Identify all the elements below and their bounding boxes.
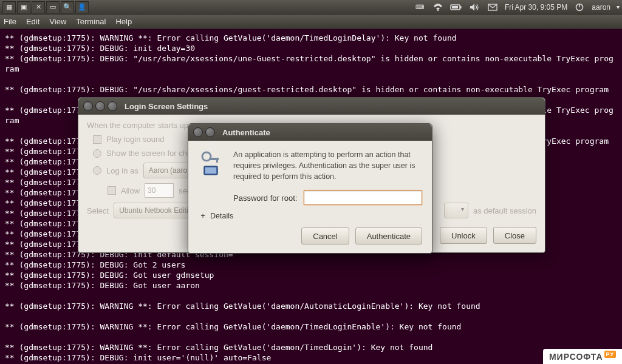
battery-icon[interactable]: [450, 2, 462, 13]
password-label: Password for root:: [233, 194, 298, 203]
auth-message: An application is attempting to perform …: [233, 149, 422, 182]
select-label: Select: [87, 206, 109, 215]
watermark-badge: РУ: [604, 351, 616, 358]
clock[interactable]: Fri Apr 30, 9:05 PM: [505, 3, 567, 12]
menu-view[interactable]: View: [49, 17, 66, 26]
volume-icon[interactable]: [468, 2, 480, 13]
auth-title: Authenticate: [222, 128, 270, 137]
panel-launchers: ▦ ▣ ✕ ▭ 🔍 👤: [2, 1, 89, 13]
expander-icon: +: [199, 211, 207, 220]
top-panel: ▦ ▣ ✕ ▭ 🔍 👤 ⌨ Fri Apr 30, 9:05 PM aaron …: [0, 0, 622, 15]
maximize-icon[interactable]: [108, 101, 117, 111]
launcher-files-icon[interactable]: ▦: [2, 1, 16, 13]
menu-bar: File Edit View Terminal Help: [0, 15, 622, 29]
cancel-button[interactable]: Cancel: [301, 228, 349, 244]
details-label: Details: [210, 212, 233, 220]
password-row: Password for root:: [233, 190, 422, 205]
launcher-user-icon[interactable]: 👤: [75, 1, 89, 13]
delay-spinbox[interactable]: 30: [145, 183, 174, 198]
play-sound-label: Play login sound: [106, 135, 164, 144]
unlock-button[interactable]: Unlock: [440, 227, 487, 244]
close-icon[interactable]: [193, 127, 203, 137]
menu-file[interactable]: File: [4, 17, 16, 26]
launcher-search-icon[interactable]: 🔍: [61, 1, 74, 13]
login-as-label: Log in as: [106, 166, 138, 175]
svg-rect-3: [452, 6, 458, 8]
minimize-icon[interactable]: [205, 127, 215, 137]
menu-edit[interactable]: Edit: [26, 17, 39, 26]
mail-icon[interactable]: [487, 2, 499, 13]
keys-icon: [198, 149, 225, 176]
details-expander[interactable]: + Details: [199, 211, 422, 220]
auth-body: An application is attempting to perform …: [188, 141, 432, 253]
auth-titlebar[interactable]: Authenticate: [188, 124, 432, 141]
authenticate-button[interactable]: Authenticate: [355, 228, 422, 244]
show-screen-radio[interactable]: [93, 149, 101, 158]
launcher-app-icon[interactable]: ✕: [32, 1, 45, 13]
minimize-icon[interactable]: [95, 101, 105, 111]
session-select-2[interactable]: [444, 203, 468, 218]
play-sound-checkbox[interactable]: [93, 135, 101, 144]
svg-point-0: [437, 9, 439, 10]
allow-label: Allow: [121, 186, 140, 195]
login-as-radio[interactable]: [93, 166, 101, 175]
close-button[interactable]: Close: [493, 227, 536, 244]
watermark: МИРСОФТАРУ: [543, 349, 622, 364]
launcher-window-icon[interactable]: ▭: [46, 1, 60, 13]
user-menu[interactable]: aaron: [592, 3, 610, 12]
power-icon[interactable]: [573, 2, 586, 13]
menu-help[interactable]: Help: [115, 17, 132, 26]
watermark-text: МИРСОФТА: [549, 352, 603, 362]
svg-rect-2: [460, 6, 461, 8]
chevron-down-icon[interactable]: ▾: [617, 4, 620, 10]
svg-rect-11: [205, 167, 216, 174]
keyboard-icon[interactable]: ⌨: [414, 2, 426, 13]
allow-checkbox[interactable]: [108, 186, 116, 195]
panel-indicators: ⌨ Fri Apr 30, 9:05 PM aaron ▾: [414, 2, 620, 13]
launcher-terminal-icon[interactable]: ▣: [17, 1, 30, 13]
auth-buttons: Cancel Authenticate: [198, 228, 422, 244]
close-icon[interactable]: [83, 101, 93, 111]
wifi-icon[interactable]: [432, 2, 444, 13]
svg-rect-9: [216, 158, 218, 163]
session-suffix: as default session: [473, 206, 536, 215]
menu-terminal[interactable]: Terminal: [76, 17, 106, 26]
authenticate-dialog: Authenticate An application is attemptin…: [188, 123, 432, 254]
dialog-titlebar[interactable]: Login Screen Settings: [78, 98, 545, 115]
password-input[interactable]: [304, 190, 423, 205]
dialog-title: Login Screen Settings: [125, 102, 208, 111]
